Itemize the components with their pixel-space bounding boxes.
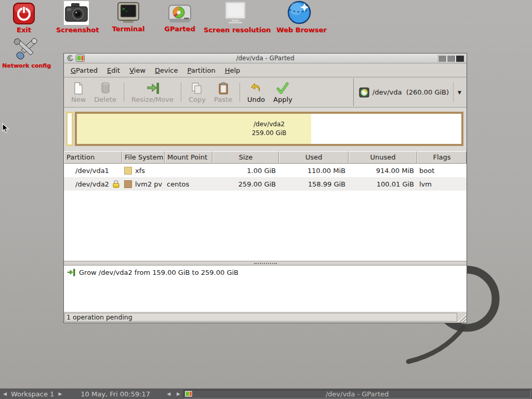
table-row-vda1[interactable]: /dev/vda1 xfs 1.00 GiB 110.00 MiB 914.00…	[64, 164, 467, 177]
cell-mount-point: centos	[165, 180, 212, 188]
operation-item[interactable]: Grow /dev/vda2 from 159.00 GiB to 259.00…	[67, 269, 463, 276]
maximize-button[interactable]	[447, 56, 455, 62]
desktop-icon-label: Screenshot	[56, 26, 97, 34]
apply-icon	[276, 82, 289, 95]
menu-device[interactable]: Device	[150, 64, 182, 77]
status-bar: 1 operation pending	[64, 311, 467, 323]
header-size[interactable]: Size	[212, 151, 279, 164]
taskbar: ◀ Workspace 1 ▶ 10 May, Fri 00:59:17 ◀ ▶…	[0, 388, 532, 399]
disk-icon	[359, 87, 369, 98]
desktop-icon-screen-resolution[interactable]: Screen resolution	[204, 1, 267, 34]
new-button[interactable]: New	[67, 78, 90, 106]
pending-operations-pane: Grow /dev/vda2 from 159.00 GiB to 259.00…	[64, 265, 467, 311]
globe-icon	[287, 0, 312, 25]
taskbar-clock: 10 May, Fri 00:59:17	[65, 390, 164, 398]
mouse-cursor	[2, 123, 9, 134]
delete-button-label: Delete	[94, 96, 116, 103]
vda2-bar-size: 259.00 GiB	[77, 129, 461, 138]
menu-gparted[interactable]: GParted	[66, 64, 102, 77]
cell-size: 1.00 GiB	[212, 167, 279, 175]
vda2-bar-label: /dev/vda2 259.00 GiB	[77, 120, 461, 138]
menu-partition[interactable]: Partition	[183, 64, 220, 77]
delete-icon	[100, 82, 111, 95]
window-controls	[437, 55, 465, 63]
camera-icon	[64, 1, 89, 25]
cell-file-system: xfs	[122, 167, 165, 175]
partition-table: Partition File System Mount Point Size U…	[64, 151, 467, 261]
menu-view[interactable]: View	[125, 64, 150, 77]
resize-move-button[interactable]: Resize/Move	[127, 78, 178, 106]
task-prev-icon[interactable]: ◀	[164, 391, 174, 396]
desktop-icon-screenshot[interactable]: Screenshot	[56, 1, 97, 34]
partition-block-vda2[interactable]: /dev/vda2 259.00 GiB	[75, 112, 463, 146]
window-title: /dev/vda - GParted	[64, 55, 467, 62]
header-used[interactable]: Used	[279, 151, 349, 164]
desktop-icon-network-config[interactable]: Network config	[2, 36, 49, 69]
new-icon	[73, 82, 84, 95]
cell-flags: boot	[417, 167, 467, 175]
resize-move-button-label: Resize/Move	[131, 96, 174, 103]
menu-help[interactable]: Help	[220, 64, 245, 77]
cell-size: 259.00 GiB	[212, 180, 279, 188]
device-selector[interactable]: /dev/vda (260.00 GiB) ▼	[353, 78, 467, 106]
header-unused[interactable]: Unused	[349, 151, 417, 164]
fs-name: lvm2 pv	[135, 180, 162, 188]
header-partition[interactable]: Partition	[64, 151, 122, 164]
splitter-grip-dots	[254, 263, 277, 264]
cell-partition: /dev/vda1	[64, 167, 122, 175]
gparted-icon	[168, 4, 192, 24]
gparted-task-icon	[184, 390, 193, 397]
task-next-icon[interactable]: ▶	[174, 391, 183, 396]
terminal-icon: >_	[117, 2, 140, 24]
monitor-icon	[222, 1, 248, 25]
minimize-button[interactable]	[438, 56, 446, 62]
workspace-label: Workspace 1	[10, 390, 55, 398]
cell-file-system: lvm2 pv	[122, 180, 165, 188]
partition-block-vda1[interactable]	[66, 112, 73, 146]
resize-move-icon	[146, 82, 159, 95]
delete-button[interactable]: Delete	[90, 78, 121, 106]
desktop-icon-terminal[interactable]: >_ Terminal	[111, 2, 146, 33]
desktop-icon-gparted[interactable]: GParted	[163, 4, 196, 33]
chevron-down-icon: ▼	[454, 90, 463, 95]
toolbar-separator	[181, 83, 181, 102]
header-flags[interactable]: Flags	[417, 151, 467, 164]
desktop-icon-label: Web Browser	[276, 26, 322, 34]
undo-icon	[250, 82, 262, 95]
undo-button[interactable]: Undo	[243, 78, 269, 106]
workspace-next-icon[interactable]: ▶	[55, 391, 65, 396]
menu-edit[interactable]: Edit	[102, 64, 125, 77]
pane-splitter[interactable]	[64, 261, 467, 265]
taskbar-task-gparted[interactable]: /dev/vda - GParted	[183, 390, 531, 398]
paste-button[interactable]: Paste	[210, 78, 236, 106]
table-header-row: Partition File System Mount Point Size U…	[64, 151, 467, 164]
desktop-icon-label: Exit	[9, 26, 38, 34]
copy-button[interactable]: Copy	[184, 78, 210, 106]
lock-icon	[112, 180, 120, 188]
partition-name: /dev/vda2	[75, 180, 109, 188]
copy-button-label: Copy	[189, 96, 206, 103]
header-mount-point[interactable]: Mount Point	[165, 151, 212, 164]
title-bar[interactable]: /dev/vda - GParted	[64, 54, 467, 63]
desktop-icon-exit[interactable]: Exit	[9, 2, 38, 34]
cell-used: 110.00 MiB	[279, 167, 349, 175]
power-icon	[12, 2, 35, 25]
cell-flags: lvm	[417, 180, 467, 188]
desktop-icon-label: Terminal	[111, 25, 146, 33]
cell-partition: /dev/vda2	[64, 180, 122, 188]
vda2-bar-name: /dev/vda2	[77, 120, 461, 129]
partition-visual-bar: /dev/vda2 259.00 GiB	[64, 108, 467, 151]
workspace-prev-icon[interactable]: ◀	[0, 391, 10, 396]
tools-icon	[12, 36, 39, 61]
table-row-vda2[interactable]: /dev/vda2 lvm2 pv centos 259.00 GiB 158.…	[64, 177, 467, 191]
header-file-system[interactable]: File System	[122, 151, 165, 164]
apply-button-label: Apply	[273, 96, 292, 103]
close-button[interactable]	[456, 56, 464, 62]
fs-name: xfs	[135, 167, 145, 175]
desktop-icon-label: Network config	[2, 62, 49, 69]
desktop-icon-web-browser[interactable]: Web Browser	[276, 0, 322, 34]
window-resize-grip[interactable]	[458, 314, 466, 322]
new-button-label: New	[71, 96, 86, 103]
apply-button[interactable]: Apply	[269, 78, 297, 106]
paste-icon	[218, 82, 229, 95]
